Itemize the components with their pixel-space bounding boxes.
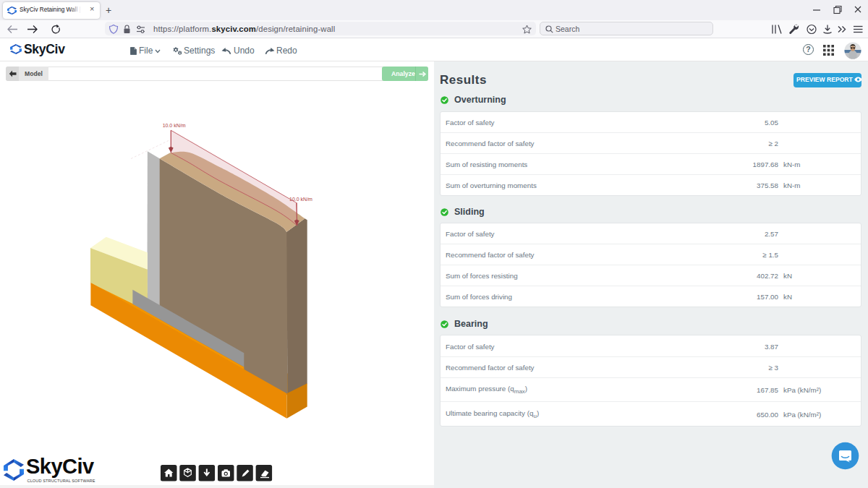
- svg-text:10.0 kN/m: 10.0 kN/m: [163, 123, 186, 128]
- svg-text:10.0 kN/m: 10.0 kN/m: [289, 197, 312, 202]
